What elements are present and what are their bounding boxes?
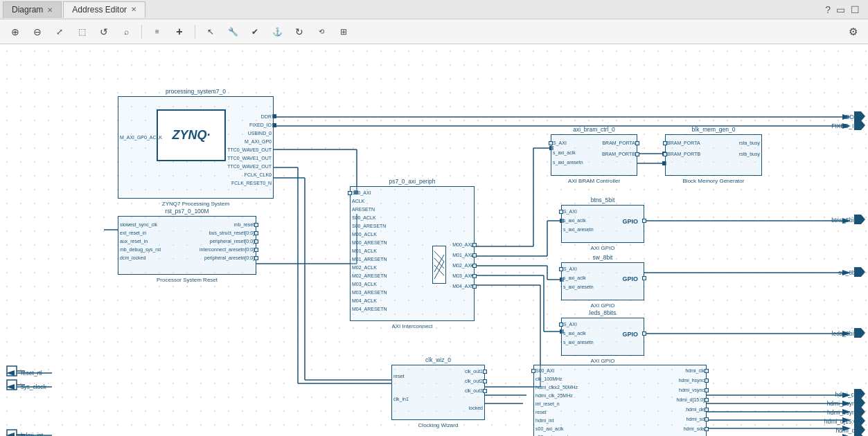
maximize-icon[interactable]: ☐	[851, 4, 860, 15]
help-icon[interactable]: ?	[825, 4, 831, 15]
s3a-hdmi-hsync: hdmi_hsync	[679, 378, 705, 383]
ps-port-maxigp: M_AXI_GP0	[245, 139, 272, 144]
s3a-reset: reset	[535, 410, 547, 415]
rst-ps7-block[interactable]: rst_ps7_0_100M Processor System Reset sl…	[118, 216, 256, 275]
svg-marker-81	[854, 111, 865, 121]
gpio-leds-aclk: s_axi_aclk	[563, 331, 586, 336]
gear-button[interactable]: ⚙	[843, 22, 862, 42]
gpio-sw-s-axi: S_AXI	[563, 266, 577, 271]
btns-out-arrow	[854, 215, 867, 224]
gpio-btns-block[interactable]: btns_5bit AXI GPIO S_AXI s_axi_aclk s_ax…	[561, 205, 644, 243]
svg-marker-90	[854, 425, 865, 435]
axi-s00-axi: S00_AXI	[352, 190, 371, 195]
s3a-hdmi-clk: hdmi_clk	[685, 368, 705, 373]
clk-wiz-locked: locked	[469, 406, 483, 410]
tab-address-editor-close[interactable]: ✕	[131, 6, 136, 13]
design-canvas[interactable]: ZYNQ· DDR FIXED_IO USBIND_0 M_AXI_GP0 TT…	[0, 44, 868, 436]
rst-port-aux: aux_reset_in	[120, 239, 148, 244]
rst-port-busstruct: bus_struct_reset[0:0]	[209, 230, 254, 235]
ps-port-maxigp-aclk: M_AXI_GP0_ACLK	[120, 135, 162, 140]
rst-port-sq3	[254, 239, 258, 244]
zoom-fit-button[interactable]: ≡	[148, 22, 167, 42]
axi-m02-aclk: M02_ACLK	[352, 265, 377, 270]
tab-address-editor[interactable]: Address Editor ✕	[63, 1, 145, 18]
rst-port-sq2	[254, 231, 258, 235]
gpio-btns-s-axi: S_AXI	[563, 209, 577, 214]
clk-wiz-reset: reset	[393, 374, 405, 379]
blk-mem-porta: BRAM_PORTA	[667, 140, 700, 145]
gpio-btns-sq	[559, 210, 563, 214]
bram-ctrl-aclk: s_axi_aclk	[553, 150, 576, 155]
tab-diagram[interactable]: Diagram ✕	[3, 1, 62, 18]
tab-diagram-close[interactable]: ✕	[47, 6, 53, 14]
gpio-leds-sq	[559, 323, 563, 327]
settings-button[interactable]: 🔧	[223, 22, 242, 42]
gpio-leds-title: leds_8bits	[562, 309, 644, 316]
bram-ctrl-aresetn: s_axi_aresetn	[553, 160, 583, 165]
leds-out-arrow	[854, 328, 867, 338]
undo-button[interactable]: ↺	[94, 22, 114, 42]
svg-marker-83	[854, 215, 865, 224]
regen-button[interactable]: ⟲	[312, 22, 331, 42]
rubber-band-button[interactable]: ⬚	[72, 22, 91, 42]
zynq-logo-text: ZYNQ·	[172, 128, 210, 143]
axi-bram-ctrl-block[interactable]: axi_bram_ctrl_0 AXI BRAM Controller S_AX…	[551, 134, 637, 176]
validate-button[interactable]: ✔	[245, 22, 265, 42]
svg-marker-88	[854, 407, 865, 417]
fixedio-out-arrow	[854, 120, 867, 130]
hdmiclk-out-arrow	[854, 389, 867, 399]
s3a-clk25: hdmi_clk_25MHz	[535, 393, 573, 398]
s3a-hdmiint: hdmi_int	[535, 418, 553, 423]
s3a-sq-r2	[705, 379, 709, 383]
ps-port-usbind: USBIND_0	[248, 131, 272, 136]
gpio-btns-subtitle: AXI GPIO	[562, 245, 644, 251]
system3axi-block[interactable]: system3axi_v1.0 (Pre-Production) S00_AXI…	[533, 365, 707, 436]
gpio-sw-block[interactable]: sw_8bit AXI GPIO S_AXI s_axi_aclk s_axi_…	[561, 262, 644, 300]
gpio-leds-out-sq	[642, 331, 646, 336]
axi-m04-aresetn: M04_ARESETN	[352, 307, 387, 311]
s3a-clk100: clk_100MHz	[535, 376, 563, 381]
rst-port-interconnect: interconnect_aresetn[0:0]	[200, 247, 254, 252]
toolbar: ⊕ ⊖ ⤢ ⬚ ↺ ⌕ ≡ + ↖ 🔧 ✔ ⚓ ↻ ⟲ ⊞ ⚙	[0, 19, 868, 44]
blk-mem-title: blk_mem_gen_0	[666, 126, 761, 133]
align-button[interactable]: ⊞	[334, 22, 353, 42]
blk-mem-gen-block[interactable]: blk_mem_gen_0 Block Memory Generator BRA…	[665, 134, 762, 176]
ps-port-ttc0w2: TTC0_WAVE2_OUT	[227, 164, 272, 169]
hdmivsync-out-arrow	[854, 407, 867, 417]
bram-ctrl-sq1	[549, 141, 553, 145]
clk-wiz-subtitle: Clocking Wizard	[392, 422, 484, 428]
axi-m03-sq	[472, 274, 477, 278]
restore-icon[interactable]: ▭	[836, 4, 845, 15]
zoom-in-button[interactable]: ⊕	[6, 22, 25, 42]
axi-m03-aresetn: M03_ARESETN	[352, 290, 387, 295]
processing-system-block[interactable]: ZYNQ· DDR FIXED_IO USBIND_0 M_AXI_GP0 TT…	[118, 96, 274, 199]
gpio-leds-block[interactable]: leds_8bits AXI GPIO S_AXI s_axi_aclk s_a…	[561, 318, 644, 356]
axi-crossbar	[432, 246, 446, 284]
fit-window-button[interactable]: ⤢	[50, 22, 69, 42]
search-button[interactable]: ⌕	[116, 22, 136, 42]
rst-port-mb: mb_debug_sys_rst	[120, 247, 161, 252]
zoom-out-button[interactable]: ⊖	[28, 22, 47, 42]
axi-m01-sq	[472, 253, 477, 257]
rst-port-sq1	[254, 223, 258, 227]
refresh-button[interactable]: ↻	[290, 22, 309, 42]
clk-wiz-title: clk_wiz_0	[392, 356, 484, 363]
axi-s00-aclk: S00_ACLK	[352, 215, 376, 220]
axi-m01-aresetn: M01_ARESETN	[352, 257, 387, 262]
tab-diagram-label: Diagram	[12, 5, 43, 15]
gpio-leds-aresetn: s_axi_aresetn	[563, 340, 594, 345]
svg-marker-86	[854, 389, 865, 399]
select-button[interactable]: ↖	[201, 22, 220, 42]
ps-title: processing_system7_0	[118, 88, 273, 95]
sw-out-arrow	[854, 267, 867, 277]
axi-interconnect-block[interactable]: ps7_0_axi_periph AXI Interconnect S00_AX…	[350, 186, 475, 321]
gpio-sw-aresetn: s_axi_aresetn	[563, 284, 594, 289]
s3a-hdmi-sd: hdmi_sd	[687, 417, 705, 421]
clk-out3-sq	[483, 389, 487, 393]
svg-marker-84	[854, 267, 865, 277]
add-ip-button[interactable]: +	[170, 22, 189, 42]
hdmid-out-arrow	[854, 416, 867, 426]
connect-button[interactable]: ⚓	[267, 22, 287, 42]
gpio-sw-aclk: s_axi_aclk	[563, 275, 586, 280]
clk-wiz-block[interactable]: clk_wiz_0 Clocking Wizard reset clk_in1 …	[391, 365, 485, 420]
